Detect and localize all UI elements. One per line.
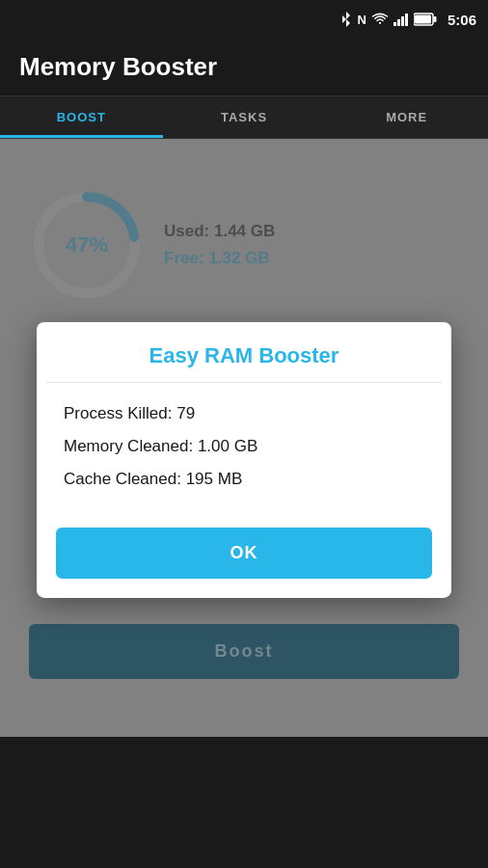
svg-rect-5	[433, 16, 436, 22]
ok-button[interactable]: OK	[56, 528, 432, 579]
svg-rect-2	[401, 16, 404, 26]
cache-cleaned-label: Cache Cleaned:	[64, 470, 181, 488]
dialog-actions: OK	[37, 512, 451, 598]
battery-icon	[414, 13, 437, 26]
cache-cleaned-stat: Cache Cleaned: 195 MB	[64, 470, 424, 489]
main-content: 47% Used: 1.44 GB Free: 1.32 GB Easy RAM…	[0, 139, 488, 737]
tab-more[interactable]: MORE	[325, 96, 488, 138]
process-killed-label: Process Killed:	[64, 404, 172, 422]
svg-rect-6	[415, 15, 431, 24]
nfc-icon: N	[358, 13, 366, 27]
tab-bar: BOOST TASKS MORE	[0, 96, 488, 139]
signal-icon	[393, 13, 409, 26]
svg-rect-1	[397, 19, 400, 26]
memory-cleaned-label: Memory Cleaned:	[64, 437, 193, 455]
tab-boost[interactable]: BOOST	[0, 96, 163, 138]
app-header: Memory Booster	[0, 39, 488, 96]
svg-rect-0	[393, 22, 396, 26]
wifi-icon	[371, 13, 389, 26]
tab-tasks[interactable]: TASKS	[163, 96, 326, 138]
cache-cleaned-value: 195 MB	[186, 470, 243, 488]
app-title: Memory Booster	[19, 52, 217, 81]
svg-rect-3	[405, 14, 408, 26]
status-time: 5:06	[447, 12, 476, 28]
dialog-title: Easy RAM Booster	[37, 322, 451, 382]
dialog-body: Process Killed: 79 Memory Cleaned: 1.00 …	[37, 383, 451, 512]
status-icons: N 5:06	[339, 11, 476, 28]
process-killed-value: 79	[176, 404, 195, 422]
memory-cleaned-stat: Memory Cleaned: 1.00 GB	[64, 437, 424, 456]
process-killed-stat: Process Killed: 79	[64, 404, 424, 423]
bluetooth-icon	[339, 11, 353, 28]
status-bar: N 5:06	[0, 0, 488, 39]
memory-cleaned-value: 1.00 GB	[198, 437, 258, 455]
dialog: Easy RAM Booster Process Killed: 79 Memo…	[37, 322, 451, 598]
